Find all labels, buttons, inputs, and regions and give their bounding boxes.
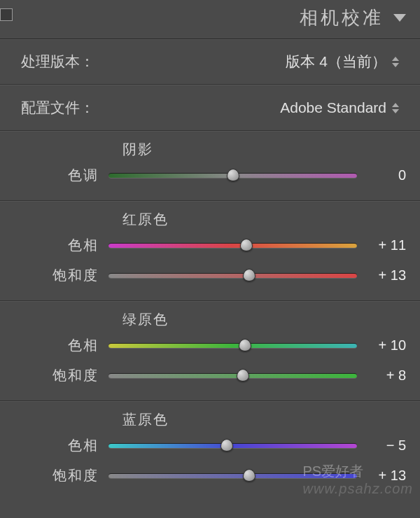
slider-thumb[interactable] (227, 169, 239, 181)
slider-track (108, 473, 357, 479)
red-hue-row: 色相 + 11 (14, 236, 406, 255)
blue-sat-row: 饱和度 + 13 (14, 466, 406, 485)
slider-thumb[interactable] (240, 239, 253, 251)
shadow-tint-value[interactable]: 0 (357, 167, 406, 183)
slider-thumb[interactable] (237, 369, 249, 382)
green-hue-value[interactable]: + 10 (357, 337, 406, 354)
profile-value: Adobe Standard (280, 99, 386, 116)
green-sat-value[interactable]: + 8 (357, 368, 406, 384)
red-sat-value[interactable]: + 13 (357, 267, 406, 284)
panel-header[interactable]: 相机校准 (0, 0, 420, 39)
green-sat-slider[interactable] (108, 370, 357, 382)
shadow-tint-slider[interactable] (108, 169, 357, 182)
blue-title: 蓝原色 (122, 410, 406, 429)
updown-icon (392, 57, 399, 67)
green-hue-row: 色相 + 10 (14, 336, 406, 355)
blue-sat-label: 饱和度 (14, 466, 108, 485)
green-sat-row: 饱和度 + 8 (14, 366, 406, 385)
slider-thumb[interactable] (220, 439, 233, 451)
blue-hue-value[interactable]: − 5 (357, 438, 406, 454)
slider-thumb[interactable] (239, 339, 251, 351)
blue-sat-slider[interactable] (108, 470, 357, 482)
slider-thumb[interactable] (243, 269, 255, 281)
tool-icon (0, 8, 13, 21)
shadow-section: 阴影 色调 0 (0, 132, 420, 200)
slider-track (108, 243, 357, 248)
green-hue-slider[interactable] (108, 340, 357, 352)
red-sat-row: 饱和度 + 13 (14, 266, 406, 285)
blue-hue-row: 色相 − 5 (14, 436, 406, 455)
blue-section: 蓝原色 色相 − 5 饱和度 + 13 (0, 402, 420, 500)
shadow-tint-label: 色调 (14, 166, 108, 185)
blue-hue-slider[interactable] (108, 440, 357, 452)
red-section: 红原色 色相 + 11 饱和度 + 13 (0, 202, 420, 300)
slider-track (108, 343, 357, 349)
process-version-value: 版本 4（当前） (286, 52, 386, 71)
green-section: 绿原色 色相 + 10 饱和度 + 8 (0, 302, 420, 400)
collapse-icon[interactable] (393, 14, 406, 22)
green-hue-label: 色相 (14, 336, 108, 355)
red-sat-slider[interactable] (108, 270, 357, 282)
slider-track (108, 273, 357, 279)
red-hue-value[interactable]: + 11 (357, 237, 406, 253)
red-title: 红原色 (122, 210, 406, 229)
profile-row: 配置文件： Adobe Standard (0, 85, 420, 130)
red-hue-slider[interactable] (108, 239, 357, 252)
shadow-title: 阴影 (122, 140, 406, 159)
process-version-label: 处理版本： (21, 52, 94, 71)
slider-track (108, 373, 357, 379)
profile-select[interactable]: Adobe Standard (94, 99, 399, 116)
panel-title: 相机校准 (300, 6, 384, 30)
process-version-row: 处理版本： 版本 4（当前） (0, 39, 420, 84)
green-title: 绿原色 (122, 310, 406, 329)
slider-thumb[interactable] (243, 469, 255, 482)
profile-label: 配置文件： (21, 98, 94, 118)
process-version-select[interactable]: 版本 4（当前） (94, 52, 399, 71)
green-sat-label: 饱和度 (14, 366, 108, 385)
blue-sat-value[interactable]: + 13 (357, 468, 406, 484)
red-sat-label: 饱和度 (14, 266, 108, 285)
red-hue-label: 色相 (14, 236, 108, 255)
shadow-tint-row: 色调 0 (14, 166, 406, 185)
updown-icon (392, 103, 399, 113)
blue-hue-label: 色相 (14, 436, 108, 455)
